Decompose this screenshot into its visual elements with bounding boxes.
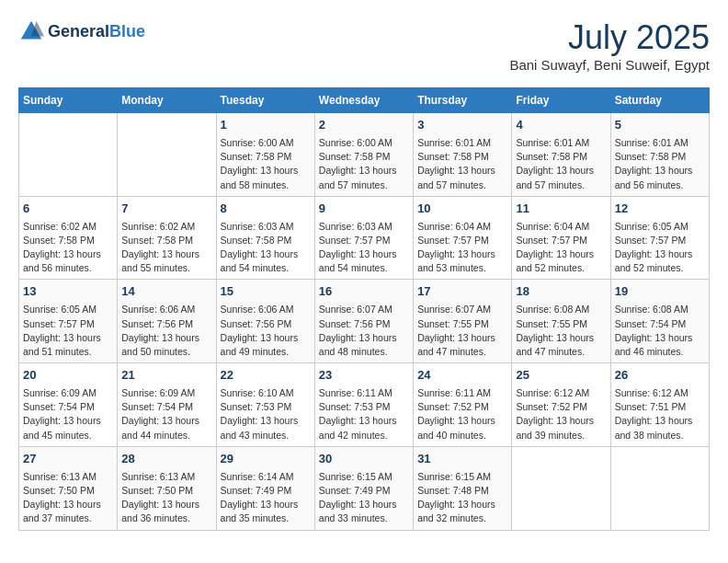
day-content: Sunrise: 6:02 AMSunset: 7:58 PMDaylight:… xyxy=(23,220,113,276)
calendar-cell: 6Sunrise: 6:02 AMSunset: 7:58 PMDaylight… xyxy=(19,196,118,280)
day-number: 29 xyxy=(221,451,311,468)
day-content: Sunrise: 6:01 AMSunset: 7:58 PMDaylight:… xyxy=(417,136,507,192)
day-number: 24 xyxy=(417,367,507,385)
location-title: Bani Suwayf, Beni Suweif, Egypt xyxy=(509,57,710,73)
day-number: 22 xyxy=(221,367,311,385)
day-number: 9 xyxy=(319,201,409,218)
day-number: 7 xyxy=(121,201,211,218)
day-content: Sunrise: 6:08 AMSunset: 7:55 PMDaylight:… xyxy=(516,303,606,359)
calendar-body: 1Sunrise: 6:00 AMSunset: 7:58 PMDaylight… xyxy=(19,113,710,531)
day-number: 15 xyxy=(221,283,311,301)
day-number: 13 xyxy=(23,283,113,301)
calendar-week-row: 20Sunrise: 6:09 AMSunset: 7:54 PMDayligh… xyxy=(19,363,710,447)
calendar-week-row: 6Sunrise: 6:02 AMSunset: 7:58 PMDaylight… xyxy=(19,196,710,280)
logo: GeneralBlue xyxy=(18,18,145,44)
day-number: 6 xyxy=(23,201,113,218)
calendar-week-row: 27Sunrise: 6:13 AMSunset: 7:50 PMDayligh… xyxy=(19,446,710,530)
day-number: 12 xyxy=(615,201,705,218)
calendar-cell: 13Sunrise: 6:05 AMSunset: 7:57 PMDayligh… xyxy=(19,280,118,363)
calendar-header-row: SundayMondayTuesdayWednesdayThursdayFrid… xyxy=(19,88,710,113)
day-content: Sunrise: 6:13 AMSunset: 7:50 PMDaylight:… xyxy=(23,470,113,526)
day-number: 4 xyxy=(516,117,606,134)
day-number: 1 xyxy=(221,117,311,134)
day-number: 8 xyxy=(221,201,311,218)
calendar-cell: 15Sunrise: 6:06 AMSunset: 7:56 PMDayligh… xyxy=(216,280,314,363)
day-number: 18 xyxy=(516,283,606,301)
day-number: 5 xyxy=(615,117,705,134)
day-number: 30 xyxy=(319,451,409,468)
month-title: July 2025 xyxy=(509,18,710,57)
logo-icon xyxy=(18,18,44,44)
day-number: 26 xyxy=(615,367,705,385)
calendar-cell: 4Sunrise: 6:01 AMSunset: 7:58 PMDaylight… xyxy=(512,113,610,197)
calendar-cell: 17Sunrise: 6:07 AMSunset: 7:55 PMDayligh… xyxy=(414,280,512,363)
day-content: Sunrise: 6:09 AMSunset: 7:54 PMDaylight:… xyxy=(23,386,113,442)
calendar-cell: 31Sunrise: 6:15 AMSunset: 7:48 PMDayligh… xyxy=(414,446,512,530)
day-number: 21 xyxy=(121,367,211,385)
calendar-cell: 24Sunrise: 6:11 AMSunset: 7:52 PMDayligh… xyxy=(414,363,512,447)
day-number: 16 xyxy=(319,283,409,301)
day-content: Sunrise: 6:07 AMSunset: 7:56 PMDaylight:… xyxy=(319,303,409,359)
day-content: Sunrise: 6:12 AMSunset: 7:52 PMDaylight:… xyxy=(516,386,606,442)
day-content: Sunrise: 6:06 AMSunset: 7:56 PMDaylight:… xyxy=(121,303,211,359)
day-content: Sunrise: 6:14 AMSunset: 7:49 PMDaylight:… xyxy=(221,470,311,526)
weekday-header: Thursday xyxy=(414,88,512,113)
day-number: 28 xyxy=(121,451,211,468)
calendar-cell: 1Sunrise: 6:00 AMSunset: 7:58 PMDaylight… xyxy=(216,113,314,197)
calendar-cell: 12Sunrise: 6:05 AMSunset: 7:57 PMDayligh… xyxy=(610,196,709,280)
calendar-cell: 7Sunrise: 6:02 AMSunset: 7:58 PMDaylight… xyxy=(118,196,216,280)
day-content: Sunrise: 6:04 AMSunset: 7:57 PMDaylight:… xyxy=(516,220,606,276)
calendar-week-row: 1Sunrise: 6:00 AMSunset: 7:58 PMDaylight… xyxy=(19,113,710,197)
day-number: 19 xyxy=(615,283,705,301)
calendar-cell: 2Sunrise: 6:00 AMSunset: 7:58 PMDaylight… xyxy=(314,113,413,197)
day-content: Sunrise: 6:01 AMSunset: 7:58 PMDaylight:… xyxy=(615,136,705,192)
day-content: Sunrise: 6:15 AMSunset: 7:49 PMDaylight:… xyxy=(319,470,409,526)
day-content: Sunrise: 6:03 AMSunset: 7:58 PMDaylight:… xyxy=(221,220,311,276)
day-number: 27 xyxy=(23,451,113,468)
weekday-header: Wednesday xyxy=(314,88,413,113)
day-content: Sunrise: 6:02 AMSunset: 7:58 PMDaylight:… xyxy=(121,220,211,276)
weekday-header: Saturday xyxy=(610,88,709,113)
day-content: Sunrise: 6:07 AMSunset: 7:55 PMDaylight:… xyxy=(417,303,507,359)
day-content: Sunrise: 6:06 AMSunset: 7:56 PMDaylight:… xyxy=(221,303,311,359)
logo-general: General xyxy=(48,22,109,40)
calendar-cell: 8Sunrise: 6:03 AMSunset: 7:58 PMDaylight… xyxy=(216,196,314,280)
calendar-cell: 3Sunrise: 6:01 AMSunset: 7:58 PMDaylight… xyxy=(414,113,512,197)
calendar-cell: 22Sunrise: 6:10 AMSunset: 7:53 PMDayligh… xyxy=(216,363,314,447)
day-number: 3 xyxy=(417,117,507,134)
day-content: Sunrise: 6:13 AMSunset: 7:50 PMDaylight:… xyxy=(121,470,211,526)
calendar-cell: 5Sunrise: 6:01 AMSunset: 7:58 PMDaylight… xyxy=(610,113,709,197)
day-content: Sunrise: 6:00 AMSunset: 7:58 PMDaylight:… xyxy=(319,136,409,192)
calendar-cell: 20Sunrise: 6:09 AMSunset: 7:54 PMDayligh… xyxy=(19,363,118,447)
calendar-cell: 26Sunrise: 6:12 AMSunset: 7:51 PMDayligh… xyxy=(610,363,709,447)
weekday-header: Friday xyxy=(512,88,610,113)
day-number: 25 xyxy=(516,367,606,385)
calendar-cell: 28Sunrise: 6:13 AMSunset: 7:50 PMDayligh… xyxy=(118,446,216,530)
day-content: Sunrise: 6:11 AMSunset: 7:53 PMDaylight:… xyxy=(319,386,409,442)
calendar-cell: 19Sunrise: 6:08 AMSunset: 7:54 PMDayligh… xyxy=(610,280,709,363)
calendar-week-row: 13Sunrise: 6:05 AMSunset: 7:57 PMDayligh… xyxy=(19,280,710,363)
day-number: 14 xyxy=(121,283,211,301)
logo-blue: Blue xyxy=(109,22,145,40)
day-number: 17 xyxy=(417,283,507,301)
calendar-cell: 9Sunrise: 6:03 AMSunset: 7:57 PMDaylight… xyxy=(314,196,413,280)
day-number: 2 xyxy=(319,117,409,134)
day-content: Sunrise: 6:00 AMSunset: 7:58 PMDaylight:… xyxy=(221,136,311,192)
calendar-cell: 27Sunrise: 6:13 AMSunset: 7:50 PMDayligh… xyxy=(19,446,118,530)
day-content: Sunrise: 6:05 AMSunset: 7:57 PMDaylight:… xyxy=(23,303,113,359)
calendar-cell: 29Sunrise: 6:14 AMSunset: 7:49 PMDayligh… xyxy=(216,446,314,530)
calendar-cell: 10Sunrise: 6:04 AMSunset: 7:57 PMDayligh… xyxy=(414,196,512,280)
day-content: Sunrise: 6:11 AMSunset: 7:52 PMDaylight:… xyxy=(417,386,507,442)
day-content: Sunrise: 6:03 AMSunset: 7:57 PMDaylight:… xyxy=(319,220,409,276)
day-number: 31 xyxy=(417,451,507,468)
title-block: July 2025 Bani Suwayf, Beni Suweif, Egyp… xyxy=(509,18,710,73)
day-content: Sunrise: 6:08 AMSunset: 7:54 PMDaylight:… xyxy=(615,303,705,359)
weekday-header: Tuesday xyxy=(216,88,314,113)
day-number: 11 xyxy=(516,201,606,218)
day-content: Sunrise: 6:10 AMSunset: 7:53 PMDaylight:… xyxy=(221,386,311,442)
day-content: Sunrise: 6:05 AMSunset: 7:57 PMDaylight:… xyxy=(615,220,705,276)
calendar-table: SundayMondayTuesdayWednesdayThursdayFrid… xyxy=(18,87,710,531)
calendar-cell xyxy=(118,113,216,197)
weekday-header: Monday xyxy=(118,88,216,113)
day-content: Sunrise: 6:15 AMSunset: 7:48 PMDaylight:… xyxy=(417,470,507,526)
